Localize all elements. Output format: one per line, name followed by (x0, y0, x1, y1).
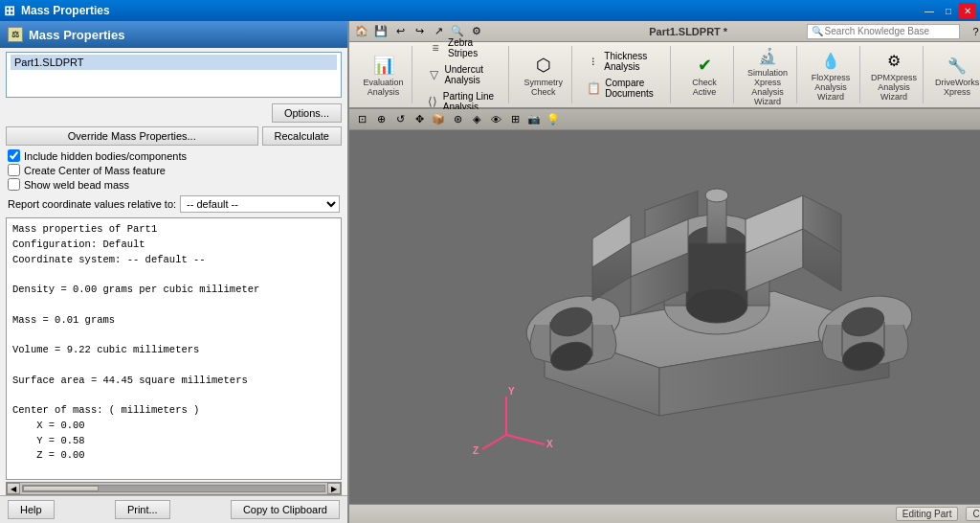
result-line (12, 358, 335, 374)
status-right: Editing Part Custom ▼ ⚙ (896, 506, 980, 523)
scroll-right-btn[interactable]: ▶ (327, 483, 341, 494)
coord-label: Report coordinate values relative to: (8, 198, 176, 210)
search-input[interactable] (825, 26, 940, 36)
result-line: Coordinate system: -- default -- (12, 253, 335, 268)
dialog-icon: ⚖ (8, 27, 23, 42)
options-button[interactable]: Options... (272, 103, 342, 123)
result-line: Density = 0.00 grams per cubic millimete… (12, 283, 335, 298)
ribbon-btn-dpm[interactable]: ⚙ DPMXpressAnalysisWizard (866, 44, 922, 105)
result-line: Y = 0.58 (12, 434, 335, 449)
print-button[interactable]: Print... (115, 500, 170, 519)
right-panel: 🏠 💾 ↩ ↪ ↗ 🔍 ⚙ Part1.SLDPRT * 🔍 ? ⚙ — □ (349, 21, 980, 523)
toolbar-icon-help[interactable]: ? (968, 23, 980, 40)
recalculate-button[interactable]: Recalculate (262, 126, 342, 146)
svg-line-32 (482, 435, 506, 449)
result-line (12, 388, 335, 403)
result-line: Z = 0.00 (12, 448, 335, 464)
display-style-icon[interactable]: ◈ (468, 111, 485, 128)
scroll-left-btn[interactable]: ◀ (7, 483, 20, 494)
camera-icon[interactable]: 📷 (525, 111, 543, 128)
ribbon-small-btns-thickness: ⫶ Thickness Analysis 📋 Compare Documents (582, 49, 665, 101)
symmetry-label: SymmetryCheck (523, 79, 563, 98)
ribbon-group-dpm: ⚙ DPMXpressAnalysisWizard (866, 46, 924, 103)
svg-point-29 (705, 189, 728, 202)
ribbon-btn-evaluation[interactable]: 📊 EvaluationAnalysis (358, 49, 408, 101)
display-render-icon[interactable]: 💡 (545, 111, 562, 128)
create-center-label[interactable]: Create Center of Mass feature (24, 165, 166, 176)
part-selector[interactable]: Part1.SLDPRT (6, 52, 342, 98)
override-button[interactable]: Override Mass Properties... (6, 126, 258, 146)
dpm-icon: ⚙ (879, 47, 909, 74)
fit-view-icon[interactable]: ⊡ (353, 111, 370, 128)
ribbon-btn-thickness[interactable]: ⫶ Thickness Analysis (582, 49, 665, 74)
parting-icon: ⟨⟩ (427, 94, 439, 109)
toolbar-icon-save[interactable]: 💾 (372, 23, 390, 40)
simulation-icon: 🔬 (752, 42, 783, 69)
toolbar-icon-undo[interactable]: ↩ (391, 23, 409, 40)
svg-line-30 (506, 435, 545, 444)
create-center-checkbox[interactable] (8, 164, 20, 176)
coord-select[interactable]: -- default -- (180, 195, 340, 213)
view-orient-icon[interactable]: ⊛ (449, 111, 466, 128)
main-container: ⚖ Mass Properties Part1.SLDPRT Options..… (0, 21, 980, 523)
standard-views-icon[interactable]: 📦 (430, 111, 447, 128)
horizontal-scrollbar[interactable]: ◀ ▶ (6, 482, 342, 495)
ribbon-group-thickness: ⫶ Thickness Analysis 📋 Compare Documents (578, 46, 670, 103)
results-area[interactable]: Mass properties of Part1 Configuration: … (6, 217, 342, 480)
help-button[interactable]: Help (8, 500, 55, 519)
ribbon-btn-symmetry[interactable]: ⬡ SymmetryCheck (519, 49, 568, 101)
show-weld-label[interactable]: Show weld bead mass (24, 179, 129, 191)
result-line (12, 298, 335, 313)
viewport-area[interactable]: X Y Z ⊡ 🔍 ↺ ✥ ◈ 📋 ⊞ ⚙ (349, 109, 980, 504)
check-icon: ✔ (689, 52, 720, 79)
part-title: Part1.SLDPRT * (578, 26, 799, 37)
part-list-item[interactable]: Part1.SLDPRT (11, 55, 337, 70)
scroll-thumb (23, 486, 99, 491)
ribbon-btn-driveworks[interactable]: 🔧 DriveWorksXpress (930, 49, 980, 101)
ribbon-btn-flo[interactable]: 💧 FloXpressAnalysisWizard (807, 44, 856, 105)
show-weld-checkbox[interactable] (8, 178, 20, 191)
ribbon-btn-compare[interactable]: 📋 Compare Documents (582, 76, 665, 101)
search-bar[interactable]: 🔍 (807, 24, 960, 39)
ribbon-group-flo: 💧 FloXpressAnalysisWizard (803, 46, 860, 103)
app-icon: ⊞ (4, 3, 15, 18)
pan-icon[interactable]: ✥ (411, 111, 428, 128)
part-3d-view: X Y Z (449, 119, 956, 483)
simulation-label: SimulationXpressAnalysisWizard (747, 69, 788, 107)
section-view-icon[interactable]: ⊞ (506, 111, 523, 128)
result-line (12, 267, 335, 283)
canvas-wrapper: ⊡ ⊕ ↺ ✥ 📦 ⊛ ◈ 👁 ⊞ 📷 💡 (349, 109, 980, 523)
editing-part-status[interactable]: Editing Part (896, 507, 959, 521)
canvas-toolbar: ⊡ ⊕ ↺ ✥ 📦 ⊛ ◈ 👁 ⊞ 📷 💡 (349, 109, 980, 130)
include-hidden-checkbox[interactable] (8, 149, 20, 162)
copy-clipboard-button[interactable]: Copy to Clipboard (231, 500, 340, 519)
ribbon-group-symmetry: ⬡ SymmetryCheck (515, 46, 572, 103)
zoom-area-icon[interactable]: ⊕ (372, 111, 390, 128)
hide-show-icon[interactable]: 👁 (487, 111, 504, 128)
rotate-icon[interactable]: ↺ (391, 111, 409, 128)
zebra-icon: ≡ (427, 40, 444, 56)
title-bar: ⊞ Mass Properties — □ ✕ (0, 0, 980, 21)
dialog-header: ⚖ Mass Properties (0, 21, 347, 48)
undercut-icon: ▽ (427, 67, 440, 82)
driveworks-label: DriveWorksXpress (935, 79, 979, 98)
dpm-label: DPMXpressAnalysisWizard (871, 74, 917, 102)
maximize-button[interactable]: □ (940, 3, 957, 18)
dialog-title: Mass Properties (29, 28, 124, 42)
include-hidden-label[interactable]: Include hidden bodies/components (24, 150, 187, 162)
close-button[interactable]: ✕ (959, 3, 976, 18)
ribbon-btn-zebra[interactable]: ≡ Zebra Stripes (422, 35, 504, 60)
svg-text:X: X (546, 439, 553, 449)
ribbon-btn-simulation[interactable]: 🔬 SimulationXpressAnalysisWizard (743, 39, 792, 110)
custom-status[interactable]: Custom ▼ (966, 507, 980, 521)
title-bar-controls: — □ ✕ (921, 3, 976, 18)
toolbar-icon-home[interactable]: 🏠 (353, 23, 370, 40)
ribbon-btn-undercut[interactable]: ▽ Undercut Analysis (422, 62, 504, 87)
title-bar-left: ⊞ Mass Properties (4, 3, 110, 18)
minimize-button[interactable]: — (921, 3, 938, 18)
ribbon-group-simulation: 🔬 SimulationXpressAnalysisWizard (740, 46, 797, 103)
result-line: X = 0.00 (12, 419, 335, 434)
result-line: Volume = 9.22 cubic millimeters (12, 343, 335, 358)
ribbon-btn-check[interactable]: ✔ CheckActive (684, 49, 724, 101)
undercut-label: Undercut Analysis (444, 64, 500, 85)
